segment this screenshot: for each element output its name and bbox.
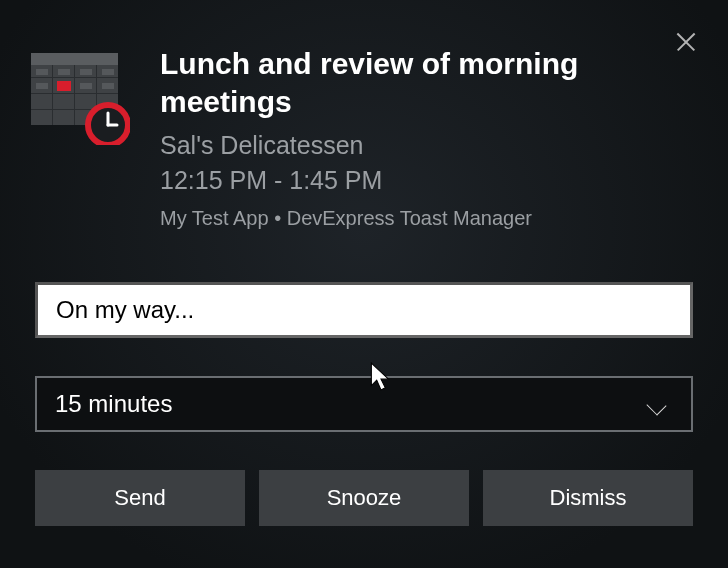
- svg-rect-1: [31, 53, 118, 65]
- svg-rect-8: [36, 69, 48, 75]
- notification-body: Lunch and review of morning meetings Sal…: [160, 45, 688, 232]
- close-button[interactable]: [674, 30, 698, 54]
- notification-header: Lunch and review of morning meetings Sal…: [0, 0, 728, 252]
- svg-rect-5: [52, 65, 53, 125]
- snooze-button[interactable]: Snooze: [259, 470, 469, 526]
- reply-input[interactable]: [35, 282, 693, 338]
- dismiss-button[interactable]: Dismiss: [483, 470, 693, 526]
- notification-location: Sal's Delicatessen: [160, 128, 648, 163]
- svg-rect-9: [58, 69, 70, 75]
- snooze-selected-label: 15 minutes: [55, 390, 172, 418]
- svg-rect-14: [102, 83, 114, 89]
- chevron-down-icon: [645, 396, 673, 412]
- snooze-select[interactable]: 15 minutes: [35, 376, 693, 432]
- snooze-row: 15 minutes: [35, 376, 693, 432]
- svg-rect-12: [36, 83, 48, 89]
- send-button[interactable]: Send: [35, 470, 245, 526]
- notification-attribution: My Test App • DevExpress Toast Manager: [160, 204, 648, 232]
- calendar-clock-icon: [30, 45, 130, 145]
- svg-rect-11: [102, 69, 114, 75]
- svg-rect-15: [57, 81, 71, 91]
- action-buttons: Send Snooze Dismiss: [35, 470, 693, 526]
- notification-title: Lunch and review of morning meetings: [160, 45, 648, 120]
- svg-rect-6: [74, 65, 75, 125]
- svg-rect-13: [80, 83, 92, 89]
- reply-row: [35, 282, 693, 338]
- notification-time: 12:15 PM - 1:45 PM: [160, 163, 648, 198]
- svg-rect-10: [80, 69, 92, 75]
